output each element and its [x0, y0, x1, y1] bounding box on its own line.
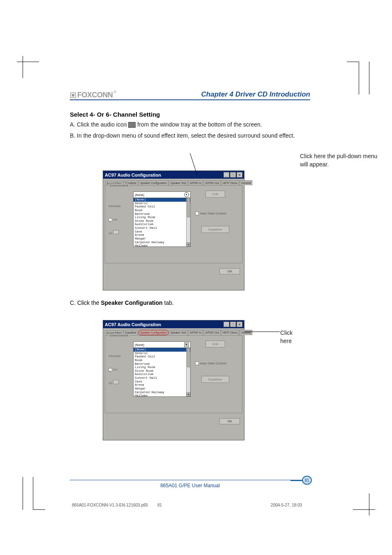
tab-general[interactable]: General	[240, 330, 252, 335]
dropdown-item[interactable]: Living Room	[134, 366, 190, 369]
tab-speaker-config[interactable]: Speaker Configuration	[138, 330, 168, 335]
scroll-down-icon[interactable]: ▾	[187, 392, 190, 396]
crop-mark-bottom-right	[353, 493, 369, 510]
tab-speaker-test[interactable]: Speaker Test	[169, 180, 188, 185]
scroll-thumb[interactable]	[187, 198, 190, 217]
dropdown-item[interactable]: Auditorium	[134, 223, 190, 226]
manual-name: 865A01 G/PE User Manual	[160, 483, 220, 488]
scrollbar[interactable]: ▴ ▾	[186, 198, 190, 246]
tab-hrtf-demo[interactable]: HRTF Demo	[221, 330, 239, 335]
dropdown-item[interactable]: (None)	[134, 198, 190, 202]
environment-dropdown[interactable]: (None) ▾ (None) Generic Padded Cell Room…	[133, 341, 191, 397]
dropdown-item[interactable]: Room	[134, 209, 190, 212]
brand-logo: FOXCONN ®	[70, 91, 116, 99]
checkbox[interactable]	[108, 218, 112, 222]
dropdown-item[interactable]: Hangar	[134, 387, 190, 391]
dialog-bottom-bar: OK	[103, 265, 244, 290]
equalizer-button[interactable]: Equalizer	[201, 376, 229, 383]
dropdown-item[interactable]: Hangar	[134, 237, 190, 241]
dropdown-item[interactable]: Generic	[134, 202, 190, 205]
agc-checkbox[interactable]	[195, 362, 199, 365]
ac97-dialog-1: AC97 Audio Configuration _ □ × Sound Eff…	[103, 170, 244, 290]
tab-hrtf-demo[interactable]: HRTF Demo	[221, 180, 239, 185]
tab-speaker-test[interactable]: Speaker Test	[169, 330, 188, 335]
step-b: B. In the drop-down menu of sound effect…	[70, 131, 310, 140]
dropdown-item[interactable]: Stone Room	[134, 369, 190, 373]
dropdown-item[interactable]: Cave	[134, 230, 190, 234]
scrollbar[interactable]: ▴ ▾	[186, 348, 190, 396]
agc-checkbox[interactable]	[195, 212, 199, 215]
edit-button[interactable]: Edit	[205, 341, 225, 348]
maximize-button[interactable]: □	[230, 322, 236, 327]
dropdown-item[interactable]: Stone Room	[134, 219, 190, 223]
equalizer-button[interactable]: Equalizer	[201, 226, 229, 233]
dropdown-item[interactable]: Padded Cell	[134, 355, 190, 359]
step-c: C. Click the Speaker Configuration tab.	[70, 299, 310, 306]
dropdown-selected: (None)	[135, 343, 144, 347]
ac97-dialog-2: AC97 Audio Configuration _ □ × Sound Eff…	[103, 320, 244, 440]
chevron-down-icon[interactable]: ▾	[184, 192, 189, 197]
chapter-title: Chapter 4 Driver CD Introduction	[201, 90, 310, 99]
checkbox-label: Ke	[113, 218, 118, 221]
dropdown-list[interactable]: (None) Generic Padded Cell Room Bathroom…	[134, 198, 190, 246]
tab-spdif-out[interactable]: S/PDIF-Out	[203, 180, 221, 185]
dialog-2-wrap: Click here AC97 Audio Configuration _ □ …	[103, 320, 244, 440]
ok-button[interactable]: OK	[219, 418, 240, 424]
dropdown-item[interactable]: Padded Cell	[134, 205, 190, 209]
environment-panel: Environment (None) ▾ (None) Generic Padd…	[105, 335, 242, 413]
close-button[interactable]: ×	[237, 322, 242, 327]
minimize-button[interactable]: _	[224, 172, 229, 177]
audio-tray-icon	[128, 122, 136, 128]
dropdown-item[interactable]: Living Room	[134, 216, 190, 219]
step-a-prefix: A. Click the audio icon	[70, 121, 128, 128]
edit-button[interactable]: Edit	[205, 191, 225, 198]
dropdown-item[interactable]: Room	[134, 359, 190, 362]
group-label: Environment	[108, 334, 129, 337]
dropdown-selected-row[interactable]: (None) ▾	[134, 192, 190, 198]
dropdown-item[interactable]: Auditorium	[134, 373, 190, 376]
karaoke-label: Karaoke	[108, 202, 121, 210]
dropdown-item[interactable]: Concert Hall	[134, 376, 190, 380]
environment-panel: Environment (None) ▾ (None) Generic Padd…	[105, 185, 242, 263]
dropdown-item[interactable]: Carpeted Hallway	[134, 241, 190, 244]
checkbox[interactable]	[108, 368, 112, 372]
dropdown-item[interactable]: Carpeted Hallway	[134, 391, 190, 394]
close-button[interactable]: ×	[237, 172, 242, 177]
dropdown-item[interactable]: Concert Hall	[134, 226, 190, 230]
dropdown-item[interactable]: Bathroom	[134, 362, 190, 366]
crop-mark-top-right	[345, 62, 369, 94]
dropdown-list[interactable]: (None) Generic Padded Cell Room Bathroom…	[134, 348, 190, 396]
karaoke-label: Karaoke	[108, 352, 121, 360]
svg-rect-1	[72, 94, 74, 97]
tab-spdif-in[interactable]: S/PDIF-In	[188, 330, 203, 335]
dialog-1-wrap: AC97 Audio Configuration _ □ × Sound Eff…	[103, 170, 244, 290]
agc-label: Auto Gain Control	[200, 212, 226, 215]
chevron-down-icon[interactable]: ▾	[184, 342, 189, 347]
tab-general[interactable]: General	[240, 180, 252, 185]
brand-text: FOXCONN	[77, 91, 113, 99]
environment-dropdown[interactable]: (None) ▾ (None) Generic Padded Cell Room…	[133, 191, 191, 247]
scroll-down-icon[interactable]: ▾	[187, 242, 190, 246]
dropdown-item[interactable]: Generic	[134, 352, 190, 355]
tab-speaker-config[interactable]: Speaker Configuration	[138, 180, 168, 185]
dropdown-item[interactable]: Hallway	[134, 394, 190, 396]
ok-button[interactable]: OK	[219, 268, 240, 274]
dropdown-item[interactable]: Arena	[134, 383, 190, 387]
tab-spdif-in[interactable]: S/PDIF-In	[188, 180, 203, 185]
dropdown-selected-row[interactable]: (None) ▾	[134, 342, 190, 348]
dialog-title: AC97 Audio Configuration	[105, 322, 161, 327]
step-c-bold: Speaker Configuration	[101, 299, 162, 306]
source-file: 865A01-FOXCONN-V1.3-EN-121603.p65	[72, 503, 148, 507]
scroll-thumb[interactable]	[187, 348, 190, 367]
dropdown-selected: (None)	[135, 193, 144, 197]
crop-mark-top-left	[23, 62, 39, 78]
maximize-button[interactable]: □	[230, 172, 236, 177]
step-c-prefix: C. Click the	[70, 299, 101, 306]
dropdown-item[interactable]: Hallway	[134, 244, 190, 246]
minimize-button[interactable]: _	[224, 322, 229, 327]
tab-spdif-out[interactable]: S/PDIF-Out	[203, 330, 221, 335]
dropdown-item[interactable]: Cave	[134, 380, 190, 384]
dropdown-item[interactable]: Bathroom	[134, 212, 190, 216]
dropdown-item[interactable]: Arena	[134, 233, 190, 237]
dropdown-item[interactable]: (None)	[134, 348, 190, 352]
